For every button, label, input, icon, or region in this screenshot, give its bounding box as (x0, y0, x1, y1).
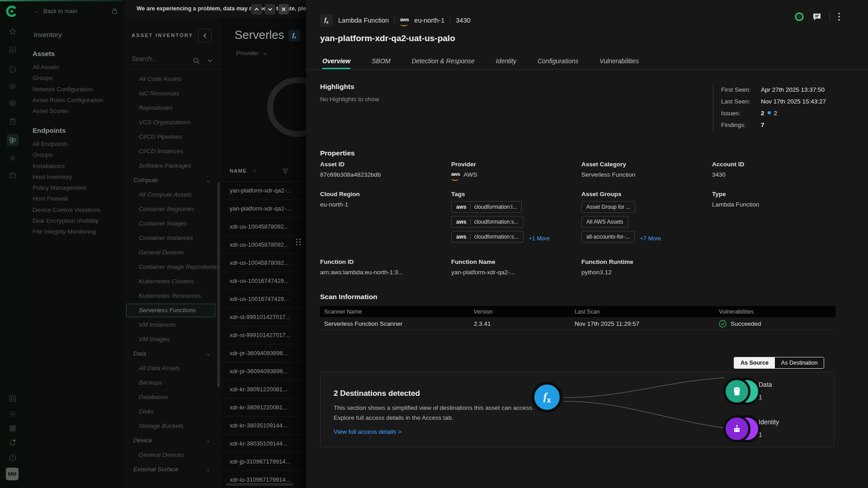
panel-resize-handle[interactable] (296, 239, 301, 245)
banner-previous-button[interactable] (251, 4, 262, 14)
back-to-main-button[interactable]: ← Back to main (34, 8, 117, 14)
banner-next-button[interactable] (265, 4, 275, 14)
tag-chip[interactable]: awscloudformation:s... (451, 216, 524, 228)
comments-icon[interactable] (812, 13, 821, 21)
tab[interactable]: Overview (322, 54, 350, 69)
as-destination-button[interactable]: As Destination (775, 357, 824, 368)
tab[interactable]: Detection & Response (412, 54, 475, 69)
issues-total[interactable]: 2 (761, 110, 764, 117)
table-row[interactable]: xdr-kr-38035109144... (222, 417, 306, 435)
tags-more-link[interactable]: +1 More (529, 235, 550, 242)
table-row[interactable]: xdr-jp-310967179914... (222, 453, 306, 471)
sort-icon[interactable]: ↓↑ (252, 168, 255, 173)
collapse-panel-button[interactable] (198, 29, 212, 42)
banner-close-button[interactable] (278, 4, 289, 14)
data-destination-node[interactable] (723, 378, 750, 405)
tree-item[interactable]: Serverless Functions (124, 303, 222, 318)
search-input[interactable] (132, 55, 190, 62)
sidebar-item[interactable]: Policy Management (33, 183, 118, 193)
tree-item[interactable]: Compute (124, 173, 222, 188)
table-row[interactable]: xdr-kr-38091220081... (222, 380, 306, 399)
table-row[interactable]: xdr-pr-36094093896... (222, 362, 306, 380)
asset-group-chip[interactable]: Asset Group for ... (581, 201, 635, 213)
shield-alert-icon[interactable] (7, 64, 19, 75)
tree-item[interactable]: Storage Buckets (124, 419, 222, 433)
tree-item[interactable]: Device (124, 433, 222, 448)
console-icon[interactable] (7, 393, 19, 404)
tree-item[interactable]: Software Packages (124, 159, 222, 173)
sidebar-item[interactable]: Host Inventory (33, 172, 118, 183)
tree-item[interactable]: Repositories (124, 101, 222, 115)
tree-item[interactable]: CI/CD Pipelines (124, 130, 222, 144)
as-source-button[interactable]: As Source (734, 357, 775, 368)
sidebar-item[interactable]: Asset Roles Configuration (33, 95, 118, 106)
tree-item[interactable]: Kubernetes Clusters (124, 274, 222, 289)
tree-item[interactable]: CI/CD Instances (124, 144, 222, 159)
tree-item[interactable]: All Data Assets (124, 361, 222, 375)
table-row[interactable]: xdr-st-999101427017... (222, 308, 306, 326)
search-options-chevron-icon[interactable] (208, 59, 212, 62)
tree-item[interactable]: Kubernetes Resources (124, 289, 222, 303)
tab[interactable]: Vulnerabilities (599, 54, 639, 69)
table-row[interactable]: xdr-st-999101427017... (222, 326, 306, 344)
tree-item[interactable]: Container Images (124, 216, 222, 231)
sidebar-item[interactable]: File Integrity Monitoring (33, 226, 118, 237)
tree-item[interactable]: Container Registries (124, 202, 222, 216)
table-row[interactable]: xdr-us-10045878092... (222, 236, 306, 254)
table-row[interactable]: xdr-kr-38091220081... (222, 399, 306, 417)
tab[interactable]: Configurations (538, 54, 578, 69)
tree-item[interactable]: Databases (124, 390, 222, 404)
findings-value[interactable]: 7 (761, 122, 764, 128)
tree-scrollbar[interactable] (217, 183, 220, 387)
tree-item[interactable]: Backups (124, 375, 222, 390)
more-options-kebab-icon[interactable] (838, 13, 840, 21)
tree-item[interactable]: IaC Resources (124, 86, 222, 101)
tab[interactable]: SBOM (372, 54, 390, 69)
groups-more-link[interactable]: +7 More (640, 235, 661, 242)
app-grid-icon[interactable] (7, 422, 19, 434)
issues-open[interactable]: 2 (774, 110, 778, 117)
sidebar-item[interactable]: Host Firewall (33, 193, 118, 204)
sidebar-item[interactable]: Installations (33, 161, 118, 172)
asset-group-chip[interactable]: all-accounts-for-... (581, 231, 635, 243)
notifications-bell-icon[interactable] (7, 436, 19, 448)
tree-item[interactable]: VM Images (124, 332, 222, 347)
tree-item[interactable]: Container Instances (124, 231, 222, 245)
target-icon[interactable] (7, 97, 19, 109)
scan-table-row[interactable]: Serverless Function Scanner 2.3.41 Nov 1… (320, 317, 835, 330)
sidebar-item[interactable]: Device Control Violations (33, 205, 118, 216)
help-icon[interactable] (7, 452, 19, 464)
settings-gear-icon[interactable] (7, 408, 19, 420)
sidebar-item[interactable]: All Endpoints (33, 139, 118, 150)
tree-item[interactable]: VCS Organizations (124, 115, 222, 130)
filter-icon[interactable] (283, 169, 288, 174)
table-row[interactable]: yan-platform-xdr-qa2-... (222, 182, 306, 200)
tree-item[interactable]: All Compute Assets (124, 188, 222, 202)
tree-item[interactable]: Container Image Repositories (124, 260, 222, 274)
table-row[interactable]: xdr-us-10045878092... (222, 218, 306, 236)
table-row[interactable]: xdr-kr-38035109144... (222, 435, 306, 453)
tab[interactable]: Identity (496, 54, 516, 69)
table-row[interactable]: xdr-us-10045878092... (222, 254, 306, 272)
tag-chip[interactable]: awscloudformation:l... (451, 201, 522, 213)
table-row[interactable]: xdr-us-10016747429... (222, 272, 306, 290)
clipboard-icon[interactable] (7, 116, 19, 127)
view-access-details-link[interactable]: View full access details > (334, 428, 401, 435)
sidebar-item[interactable]: Groups (33, 73, 118, 84)
table-row[interactable]: yan-platform-xdr-qa2-... (222, 200, 306, 218)
sidebar-item[interactable]: Groups (33, 150, 118, 160)
favorites-star-icon[interactable] (7, 26, 19, 38)
table-row[interactable]: xdr-pr-36094093896... (222, 344, 306, 362)
lambda-source-node[interactable]: fx (532, 382, 562, 413)
sidebar-item[interactable]: Disk Encryption Visibility (33, 216, 118, 226)
tree-item[interactable]: VM Instances (124, 318, 222, 332)
table-row[interactable]: xdr-us-10016747429... (222, 290, 306, 308)
search-icon[interactable] (193, 57, 200, 64)
identity-destination-node[interactable] (723, 415, 750, 442)
tree-item[interactable]: General Devices (124, 245, 222, 260)
tree-item[interactable]: External Surface (124, 462, 222, 477)
tag-chip[interactable]: awscloudformation:s... (451, 231, 524, 243)
user-avatar[interactable]: MM (6, 468, 19, 480)
asset-group-chip[interactable]: All AWS Assets (581, 216, 628, 228)
package-icon[interactable] (7, 169, 19, 181)
